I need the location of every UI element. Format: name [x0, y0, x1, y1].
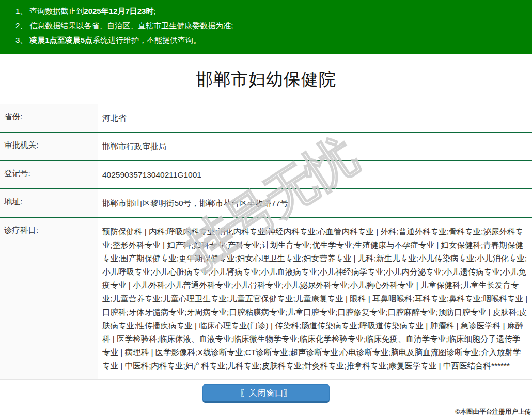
notice-line-1: 1、查询数据截止到2025年12月7日23时; [15, 4, 522, 19]
table-row-address: 地址: 邯郸市邯山区黎明街50号，邯郸市丛台区丰收路77号 [0, 189, 532, 217]
row-label: 诊疗科目: [0, 217, 98, 380]
table-row-approval-authority: 审批机关: 邯郸市行政审批局 [0, 132, 532, 161]
row-label: 登记号: [0, 161, 98, 189]
table-row-province: 省份: 河北省 [0, 104, 532, 133]
image-credit-watermark: ©本图由平台注册用户上传 [455, 408, 531, 416]
row-value: 40259035713040211G1001 [98, 161, 532, 189]
row-label: 省份: [0, 104, 98, 133]
notice-text: 信息数据结果以各省、自治区、直辖市卫生健康委数据为准; [29, 21, 233, 30]
notice-text: 凌晨1点至凌晨5点系统进行维护，不能提供查询。 [29, 36, 201, 44]
row-label: 地址: [0, 189, 98, 217]
table-row-medical-subjects: 诊疗科目: 预防保健科 | 内科;呼吸内科专业;消化内科专业;神经内科专业;心血… [0, 217, 532, 380]
row-value: 邯郸市邯山区黎明街50号，邯郸市丛台区丰收路77号 [98, 189, 532, 217]
notice-line-2: 2、信息数据结果以各省、自治区、直辖市卫生健康委数据为准; [15, 19, 522, 33]
row-value: 河北省 [98, 104, 532, 133]
notice-number: 1、 [15, 7, 27, 15]
row-label: 审批机关: [0, 132, 98, 161]
close-window-button[interactable]: 〖关闭窗口〗 [202, 384, 330, 403]
button-area: 〖关闭窗口〗 [0, 384, 532, 403]
institution-detail-table: 省份: 河北省 审批机关: 邯郸市行政审批局 登记号: 402590357130… [0, 104, 532, 380]
row-value: 邯郸市行政审批局 [98, 132, 532, 161]
notice-line-3: 3、凌晨1点至凌晨5点系统进行维护，不能提供查询。 [15, 33, 522, 47]
row-value: 预防保健科 | 内科;呼吸内科专业;消化内科专业;神经内科专业;心血管内科专业 … [98, 217, 532, 380]
notice-number: 2、 [15, 21, 27, 30]
notice-text: 查询数据截止到2025年12月7日23时; [29, 7, 155, 15]
table-row-registration-number: 登记号: 40259035713040211G1001 [0, 161, 532, 189]
notice-banner: 1、查询数据截止到2025年12月7日23时; 2、信息数据结果以各省、自治区、… [0, 0, 532, 54]
page-title: 邯郸市妇幼保健院 [0, 68, 532, 91]
notice-number: 3、 [15, 36, 27, 44]
